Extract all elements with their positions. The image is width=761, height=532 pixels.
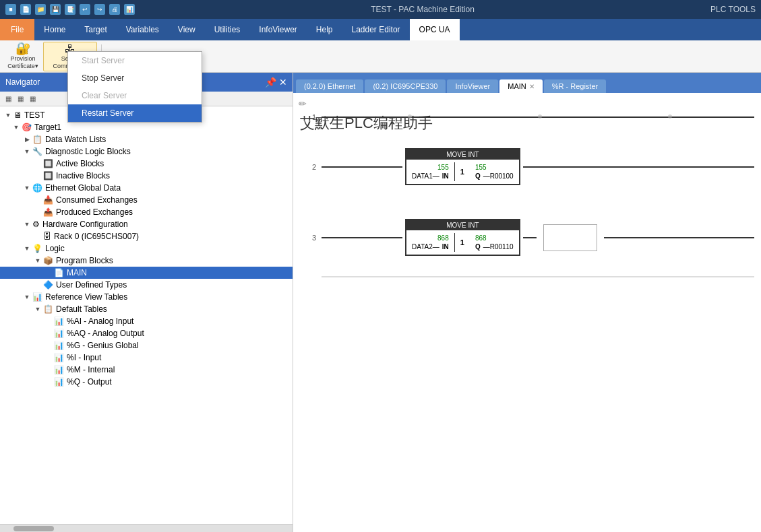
- open-icon[interactable]: 📁: [35, 4, 46, 15]
- data-watch-label: Data Watch Lists: [45, 135, 106, 144]
- tab-ethernet[interactable]: (0.2.0) Ethernet: [296, 79, 363, 93]
- tab-register[interactable]: %R - Register: [544, 79, 606, 93]
- menu-file[interactable]: File: [0, 19, 34, 40]
- in-pin-3: DATA2— IN: [412, 243, 449, 251]
- move-int-title-2: MOVE INT: [406, 149, 519, 160]
- tree-item-m[interactable]: ▶ 📊 %M - Internal: [0, 364, 293, 376]
- navigator-title: Navigator: [5, 77, 40, 87]
- q-value-2: 155: [475, 164, 514, 171]
- tab-cpe330[interactable]: (0.2) IC695CPE330: [365, 79, 446, 93]
- move-int-outputs-3: 868 Q —R00110: [470, 233, 519, 252]
- tree-item-hardware[interactable]: ▼ ⚙ Hardware Configuration: [0, 218, 293, 230]
- tree-item-inactive-blocks[interactable]: ▶ 🔲 Inactive Blocks: [0, 170, 293, 182]
- print-icon[interactable]: 🖨: [109, 4, 120, 15]
- nav-scrollbar[interactable]: [0, 524, 293, 532]
- menu-bar: File Home Target Variables View Utilitie…: [0, 19, 761, 40]
- menu-utilities[interactable]: Utilities: [205, 19, 250, 40]
- program-blocks-icon: 📦: [43, 256, 53, 265]
- tab-main[interactable]: MAIN ✕: [499, 79, 543, 93]
- redo-icon[interactable]: ↪: [94, 4, 105, 15]
- expander-diagnostic[interactable]: ▼: [22, 148, 32, 155]
- tree-item-produced[interactable]: ▶ 📤 Produced Exchanges: [0, 206, 293, 218]
- tree-item-ethernet-global[interactable]: ▼ 🌐 Ethernet Global Data: [0, 182, 293, 194]
- expander-hardware[interactable]: ▼: [22, 221, 32, 228]
- clear-server-item[interactable]: Clear Server: [68, 87, 202, 104]
- tree-item-ai[interactable]: ▶ 📊 %AI - Analog Input: [0, 315, 293, 327]
- in-value-3: 868: [412, 234, 449, 242]
- expander-ref-view[interactable]: ▼: [22, 294, 32, 300]
- undo-icon[interactable]: ↩: [80, 4, 90, 15]
- tree-item-aq[interactable]: ▶ 📊 %AQ - Analog Output: [0, 327, 293, 339]
- menu-opc-ua[interactable]: OPC UA: [410, 19, 460, 40]
- save-icon[interactable]: 💾: [50, 4, 61, 15]
- nav-mini-icon2[interactable]: ▦: [15, 94, 26, 104]
- tree-item-ref-view[interactable]: ▼ 📊 Reference View Tables: [0, 291, 293, 303]
- provision-label: ProvisionCertificate▾: [7, 55, 38, 70]
- ladder-editor[interactable]: ✏ 艾默生PLC编程助手 1 2 MOVE INT: [293, 93, 761, 532]
- new-icon[interactable]: 📄: [20, 4, 31, 15]
- tree-item-target1[interactable]: ▼ 🎯 Target1: [0, 121, 293, 133]
- consumed-icon: 📥: [43, 195, 53, 205]
- save2-icon[interactable]: 📑: [65, 4, 75, 15]
- menu-variables[interactable]: Variables: [117, 19, 169, 40]
- inactive-blocks-icon: 🔲: [43, 171, 53, 180]
- expander-test[interactable]: ▼: [3, 112, 13, 119]
- tab-main-close[interactable]: ✕: [529, 83, 535, 90]
- diagnostic-icon: 🔧: [32, 147, 42, 156]
- tree-item-main[interactable]: ▶ 📄 MAIN: [0, 267, 293, 279]
- nav-mini-icon3[interactable]: ▦: [27, 94, 38, 104]
- navigator-panel: Navigator 📌 ✕ ▦ ▦ ▦ ▼ 🖥 TEST ▼: [0, 73, 293, 532]
- expander-program[interactable]: ▼: [32, 257, 43, 264]
- tree-item-user-types[interactable]: ▶ 🔷 User Defined Types: [0, 279, 293, 291]
- data1-label-2: DATA1—: [412, 172, 439, 180]
- menu-infoviewer[interactable]: InfoViewer: [249, 19, 306, 40]
- nav-close-icon[interactable]: ✕: [279, 77, 287, 88]
- tree-item-consumed[interactable]: ▶ 📥 Consumed Exchanges: [0, 194, 293, 206]
- tree-item-i[interactable]: ▶ 📊 %I - Input: [0, 352, 293, 364]
- aq-icon: 📊: [54, 329, 64, 338]
- menu-help[interactable]: Help: [307, 19, 342, 40]
- rung-3-wire-mid: [523, 237, 537, 238]
- rung-3: 3 MOVE INT 868 DATA2— IN: [300, 219, 754, 256]
- tree-item-g[interactable]: ▶ 📊 %G - Genius Global: [0, 339, 293, 352]
- empty-block-3[interactable]: [543, 224, 597, 251]
- tree-item-default-tables[interactable]: ▼ 📋 Default Tables: [0, 303, 293, 315]
- menu-home[interactable]: Home: [34, 19, 75, 40]
- menu-ladder-editor[interactable]: Ladder Editor: [342, 19, 410, 40]
- center-value-2: 1: [460, 168, 464, 176]
- tab-infoviewer[interactable]: InfoViewer: [447, 79, 498, 93]
- expander-target1[interactable]: ▼: [11, 124, 22, 131]
- move-int-block-2[interactable]: MOVE INT 155 DATA1— IN 1: [405, 148, 520, 185]
- move-int-block-3[interactable]: MOVE INT 868 DATA2— IN 1: [405, 219, 520, 256]
- q-value-3: 868: [475, 234, 514, 242]
- expander-data-watch[interactable]: ▶: [22, 136, 32, 143]
- menu-view[interactable]: View: [169, 19, 205, 40]
- tree-item-program-blocks[interactable]: ▼ 📦 Program Blocks: [0, 255, 293, 267]
- provision-icon: 🔐: [16, 42, 30, 55]
- r00110-label: —R00110: [483, 243, 514, 251]
- report-icon[interactable]: 📊: [124, 4, 135, 15]
- tree-item-active-blocks[interactable]: ▶ 🔲 Active Blocks: [0, 158, 293, 170]
- provision-certificate-button[interactable]: 🔐 ProvisionCertificate▾: [5, 42, 40, 71]
- tree-item-diagnostic[interactable]: ▼ 🔧 Diagnostic Logic Blocks: [0, 145, 293, 158]
- nav-scrollbar-thumb[interactable]: [13, 526, 54, 531]
- in-label-3: IN: [442, 243, 449, 251]
- nav-pin-icon[interactable]: 📌: [265, 77, 276, 88]
- restart-server-item[interactable]: Restart Server: [68, 104, 202, 122]
- menu-target[interactable]: Target: [75, 19, 116, 40]
- tree-item-data-watch[interactable]: ▶ 📋 Data Watch Lists: [0, 133, 293, 145]
- expander-default-tables[interactable]: ▼: [32, 306, 43, 312]
- tree-item-rack0[interactable]: ▶ 🗄 Rack 0 (IC695CHS007): [0, 230, 293, 242]
- expander-ethernet[interactable]: ▼: [22, 185, 32, 191]
- start-server-item[interactable]: Start Server: [68, 52, 202, 69]
- move-int-center-2: 1: [454, 162, 470, 181]
- stop-server-item[interactable]: Stop Server: [68, 69, 202, 87]
- nav-mini-icon1[interactable]: ▦: [3, 94, 13, 104]
- main-label: MAIN: [67, 268, 87, 277]
- ref-view-label: Reference View Tables: [45, 292, 127, 302]
- tree-item-logic[interactable]: ▼ 💡 Logic: [0, 242, 293, 255]
- expander-logic[interactable]: ▼: [22, 245, 32, 252]
- tree-item-q[interactable]: ▶ 📊 %Q - Output: [0, 376, 293, 388]
- i-icon: 📊: [54, 353, 64, 362]
- logic-label: Logic: [45, 244, 65, 253]
